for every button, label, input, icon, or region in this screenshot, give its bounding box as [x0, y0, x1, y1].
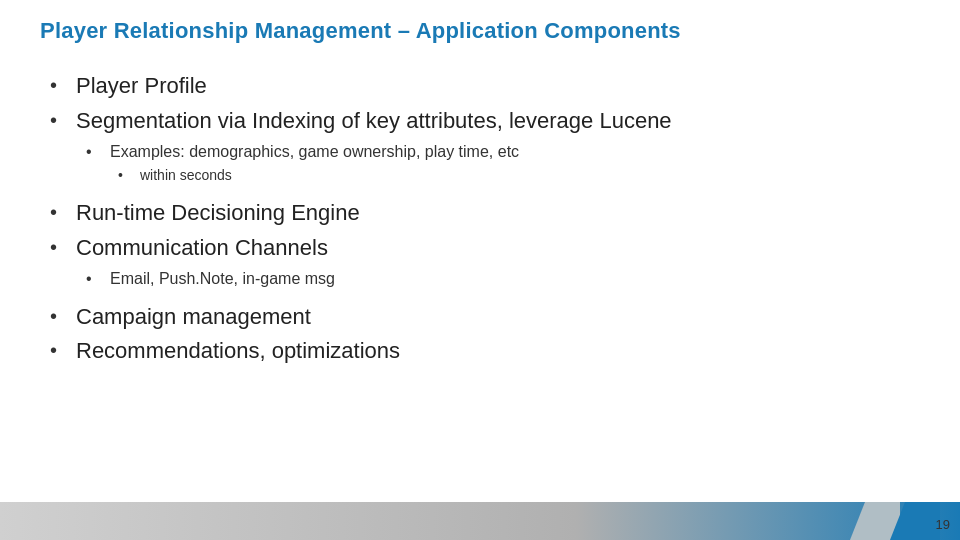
sub-sub-bullet-icon: • — [118, 166, 130, 186]
list-item: • Campaign management — [50, 303, 910, 332]
bullet-text: Campaign management — [76, 303, 311, 332]
bullet-text: Segmentation via Indexing of key attribu… — [76, 107, 672, 136]
list-item: • Run-time Decisioning Engine — [50, 199, 910, 228]
slide: Player Relationship Management – Applica… — [0, 0, 960, 540]
bullet-icon: • — [50, 199, 66, 225]
sub-sub-bullet-group: • within seconds — [118, 166, 910, 186]
bullet-icon: • — [50, 234, 66, 260]
list-item: • Communication Channels — [50, 234, 910, 263]
bullet-icon: • — [50, 337, 66, 363]
list-item: • Examples: demographics, game ownership… — [86, 141, 910, 163]
bullet-text: Recommendations, optimizations — [76, 337, 400, 366]
list-item: • Email, Push.Note, in-game msg — [86, 268, 910, 290]
slide-title: Player Relationship Management – Applica… — [40, 18, 920, 44]
list-item: • within seconds — [118, 166, 910, 186]
list-item: • Segmentation via Indexing of key attri… — [50, 107, 910, 136]
page-number: 19 — [936, 517, 950, 532]
bullet-text: Player Profile — [76, 72, 207, 101]
list-item: • Recommendations, optimizations — [50, 337, 910, 366]
slide-content: • Player Profile • Segmentation via Inde… — [0, 56, 960, 502]
bullet-text: Communication Channels — [76, 234, 328, 263]
bullet-text: Run-time Decisioning Engine — [76, 199, 360, 228]
sub-bullet-group: • Examples: demographics, game ownership… — [86, 141, 910, 189]
sub-bullet-text: Examples: demographics, game ownership, … — [110, 141, 519, 163]
sub-bullet-icon: • — [86, 141, 100, 163]
bullet-icon: • — [50, 303, 66, 329]
slide-header: Player Relationship Management – Applica… — [0, 0, 960, 56]
sub-sub-bullet-text: within seconds — [140, 166, 232, 186]
list-item: • Player Profile — [50, 72, 910, 101]
sub-bullet-icon: • — [86, 268, 100, 290]
bullet-icon: • — [50, 107, 66, 133]
bullet-icon: • — [50, 72, 66, 98]
slide-footer: 19 — [0, 502, 960, 540]
sub-bullet-group: • Email, Push.Note, in-game msg — [86, 268, 910, 292]
sub-bullet-text: Email, Push.Note, in-game msg — [110, 268, 335, 290]
